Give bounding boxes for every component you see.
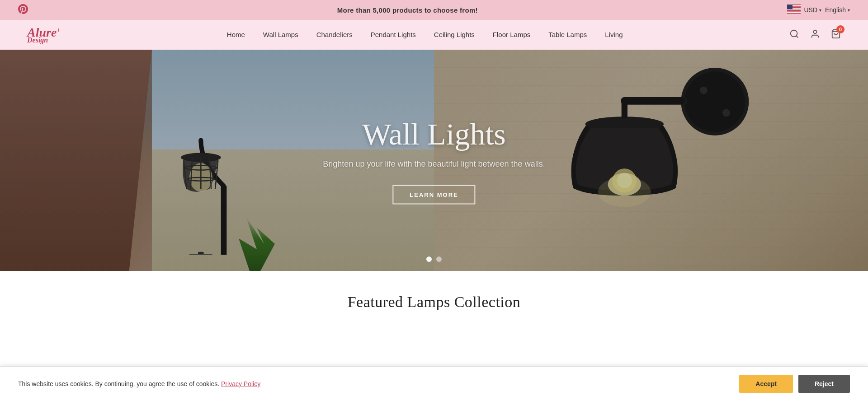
hero-title: Wall Lights (323, 117, 545, 152)
carousel-dot-1[interactable] (426, 256, 432, 262)
svg-point-8 (791, 30, 797, 37)
hero-section: Wall Lights Brighten up your life with t… (0, 50, 868, 271)
svg-point-10 (813, 30, 816, 33)
carousel-dots (426, 256, 442, 262)
nav-item-home[interactable]: Home (227, 31, 245, 39)
pinterest-icon[interactable] (18, 4, 28, 16)
logo[interactable]: Alure+ Design (27, 25, 60, 44)
svg-line-9 (796, 36, 798, 37)
cart-wrapper[interactable]: 0 (831, 29, 841, 41)
nav-right: 0 (789, 29, 841, 41)
announcement-text: More than 5,000 products to choose from! (337, 6, 478, 14)
svg-rect-4 (787, 9, 801, 10)
nav-item-floor-lamps[interactable]: Floor Lamps (493, 31, 530, 39)
currency-selector[interactable]: USD ▾ (804, 6, 822, 14)
cart-badge: 0 (836, 25, 844, 33)
nav-item-ceiling-lights[interactable]: Ceiling Lights (434, 31, 475, 39)
nav-item-table-lamps[interactable]: Table Lamps (548, 31, 587, 39)
nav-item-living[interactable]: Living (605, 31, 623, 39)
navbar: Alure+ Design Home Wall Lamps Chandelier… (0, 20, 868, 50)
featured-section: Featured Lamps Collection (0, 271, 868, 324)
nav-links: Home Wall Lamps Chandeliers Pendant Ligh… (227, 31, 623, 39)
nav-item-pendant-lights[interactable]: Pendant Lights (371, 31, 416, 39)
nav-item-chandeliers[interactable]: Chandeliers (316, 31, 353, 39)
announcement-bar: More than 5,000 products to choose from!… (0, 0, 868, 20)
svg-rect-5 (787, 11, 801, 12)
hero-content: Wall Lights Brighten up your life with t… (323, 117, 545, 205)
currency-chevron: ▾ (819, 8, 821, 13)
featured-title: Featured Lamps Collection (0, 294, 868, 311)
nav-item-wall-lamps[interactable]: Wall Lamps (263, 31, 298, 39)
svg-rect-6 (787, 12, 801, 13)
account-icon[interactable] (810, 29, 820, 41)
svg-rect-7 (787, 5, 793, 9)
language-selector[interactable]: English ▾ (825, 6, 850, 14)
right-controls: USD ▾ English ▾ (787, 5, 850, 15)
carousel-dot-2[interactable] (436, 256, 442, 262)
learn-more-button[interactable]: LEARN MORE (392, 185, 475, 205)
search-icon[interactable] (789, 29, 799, 41)
hero-subtitle: Brighten up your life with the beautiful… (323, 159, 545, 169)
language-chevron: ▾ (848, 8, 850, 13)
flag-icon (787, 5, 801, 15)
